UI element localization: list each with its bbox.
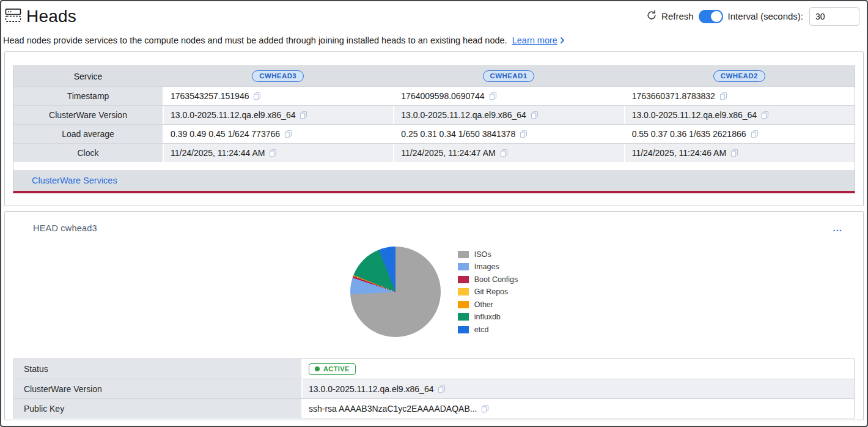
legend-label: Git Repos	[474, 288, 509, 296]
table-row: Load average 0.39 0.49 0.45 1/624 773766…	[13, 124, 855, 143]
row-label: ClusterWare Version	[13, 106, 163, 124]
head-detail-panel: HEAD cwhead3 ... ISOs Images Boot Config…	[4, 211, 864, 420]
legend-label: Other	[474, 300, 493, 309]
copy-icon[interactable]	[284, 130, 292, 138]
interval-label: Interval (seconds):	[728, 11, 803, 21]
legend-swatch	[458, 301, 469, 308]
table-row: ClusterWare Version 13.0.0-2025.11.12.qa…	[13, 105, 855, 124]
heads-icon	[5, 7, 21, 26]
head-detail-title: HEAD cwhead3	[33, 223, 97, 233]
legend-swatch	[458, 326, 469, 333]
table-row: Status ACTIVE	[14, 359, 854, 379]
table-row: Clock 11/24/2025, 11:24:44 AM 11/24/2025…	[13, 143, 855, 162]
copy-icon[interactable]	[730, 149, 738, 157]
heads-panel: Service CWHEAD3 CWHEAD1 CWHEAD2 Timestam…	[4, 51, 864, 206]
copy-icon[interactable]	[531, 111, 539, 119]
legend-swatch	[458, 263, 469, 270]
cell-value: ssh-rsa AAAAB3NzaC1yc2EAAAADAQAB...	[309, 404, 477, 414]
status-dot-icon	[315, 366, 320, 371]
copy-icon[interactable]	[300, 111, 307, 119]
table-row: Timestamp 1763543257.151946 1764009598.0…	[13, 86, 855, 105]
auto-refresh-toggle[interactable]	[699, 10, 723, 23]
copy-icon[interactable]	[481, 404, 489, 413]
copy-icon[interactable]	[489, 92, 497, 100]
storage-pie-chart-area: ISOs Images Boot Configs Git Repos Other…	[13, 237, 855, 346]
cell-value: 13.0.0-2025.11.12.qa.el9.x86_64	[632, 110, 757, 120]
chart-legend: ISOs Images Boot Configs Git Repos Other…	[458, 250, 518, 334]
legend-item: Git Repos	[458, 288, 518, 296]
cell-value: 0.55 0.37 0.36 1/635 2621866	[632, 129, 746, 139]
legend-item: ISOs	[458, 250, 518, 259]
copy-icon[interactable]	[520, 130, 528, 138]
legend-label: Boot Configs	[474, 275, 518, 284]
legend-item: influxdb	[458, 313, 518, 321]
table-spacer	[13, 162, 855, 170]
row-label: Public Key	[14, 399, 301, 418]
cell-value: 13.0.0-2025.11.12.qa.el9.x86_64	[171, 110, 295, 120]
copy-icon[interactable]	[438, 385, 446, 393]
cell-value: 1763660371.8783832	[632, 91, 715, 101]
clusterware-services-row: ClusterWare Services	[13, 170, 855, 191]
cell-value: 13.0.0-2025.11.12.qa.el9.x86_64	[309, 384, 433, 394]
node-badge-cwhead3[interactable]: CWHEAD3	[252, 70, 304, 82]
table-row: ClusterWare Version 13.0.0-2025.11.12.qa…	[14, 379, 854, 398]
copy-icon[interactable]	[761, 111, 769, 119]
cell-value: 11/24/2025, 11:24:47 AM	[401, 148, 495, 158]
row-label: Timestamp	[13, 87, 163, 105]
legend-swatch	[458, 276, 469, 283]
chevron-right-icon	[559, 36, 566, 46]
legend-item: Other	[458, 300, 518, 309]
clusterware-services-link[interactable]: ClusterWare Services	[32, 176, 117, 185]
learn-more-link[interactable]: Learn more	[512, 35, 557, 45]
cell-value: 1764009598.0690744	[401, 91, 484, 101]
table-header-row: Service CWHEAD3 CWHEAD1 CWHEAD2	[13, 66, 855, 86]
copy-icon[interactable]	[253, 92, 261, 100]
toggle-knob	[711, 11, 722, 22]
table-row: Public Key ssh-rsa AAAAB3NzaC1yc2EAAAADA…	[14, 398, 854, 418]
refresh-icon[interactable]	[645, 9, 658, 24]
copy-icon[interactable]	[500, 149, 508, 157]
node-badge-cwhead2[interactable]: CWHEAD2	[713, 70, 765, 82]
pie-chart	[350, 247, 441, 337]
copy-icon[interactable]	[719, 92, 727, 100]
heads-comparison-table: Service CWHEAD3 CWHEAD1 CWHEAD2 Timestam…	[13, 65, 855, 193]
copy-icon[interactable]	[269, 149, 277, 157]
legend-item: etcd	[458, 325, 518, 334]
page-description: Head nodes provide services to the compu…	[1, 28, 867, 49]
cell-value: 0.39 0.49 0.45 1/624 773766	[171, 129, 280, 139]
legend-label: Images	[474, 262, 499, 271]
legend-swatch	[458, 288, 469, 295]
row-label: Status	[14, 359, 301, 379]
legend-swatch	[458, 313, 469, 321]
interval-input[interactable]	[809, 7, 859, 26]
service-header: Service	[13, 66, 163, 86]
cell-value: 11/24/2025, 11:24:46 AM	[632, 148, 726, 158]
heads-page: Heads Refresh Interval (seconds): Head n…	[0, 0, 868, 427]
copy-icon[interactable]	[751, 130, 759, 138]
description-text: Head nodes provide services to the compu…	[3, 35, 507, 45]
head-detail-table: Status ACTIVE ClusterWare Version 13.0.0…	[13, 358, 855, 418]
overflow-menu-icon[interactable]: ...	[833, 226, 855, 231]
cell-value: 0.25 0.31 0.34 1/650 3841378	[401, 129, 515, 139]
cell-value: 13.0.0-2025.11.12.qa.el9.x86_64	[401, 110, 526, 120]
legend-item: Images	[458, 262, 518, 271]
legend-item: Boot Configs	[458, 275, 518, 284]
row-label: Load average	[13, 125, 163, 143]
row-label: ClusterWare Version	[14, 379, 301, 398]
legend-label: influxdb	[474, 313, 501, 321]
row-label: Clock	[13, 144, 163, 162]
cell-value: 11/24/2025, 11:24:44 AM	[171, 148, 265, 158]
legend-label: ISOs	[474, 250, 491, 259]
cell-value: 1763543257.151946	[171, 91, 249, 101]
refresh-label: Refresh	[661, 11, 694, 21]
legend-label: etcd	[474, 325, 489, 334]
legend-swatch	[458, 251, 469, 258]
status-badge: ACTIVE	[309, 363, 356, 375]
page-title: Heads	[26, 7, 76, 26]
node-badge-cwhead1[interactable]: CWHEAD1	[483, 70, 535, 82]
page-header: Heads Refresh Interval (seconds):	[1, 1, 867, 28]
